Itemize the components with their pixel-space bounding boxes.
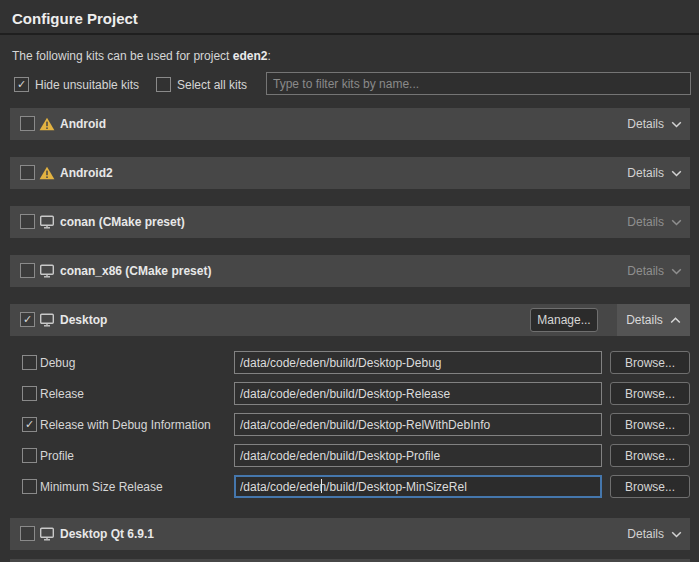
kit-row-desktop[interactable]: ✓ Desktop Manage... Details	[10, 304, 690, 336]
browse-button[interactable]: Browse...	[610, 351, 690, 374]
config-row-minsizerel: Minimum Size Release Browse...	[0, 475, 699, 498]
kit-row-android[interactable]: Android Details	[10, 108, 690, 140]
config-checkbox[interactable]	[22, 448, 37, 463]
warning-icon	[39, 117, 55, 131]
title-separator	[0, 33, 699, 35]
details-button-active[interactable]: Details	[617, 304, 690, 336]
kit-row-desktop-qt[interactable]: Desktop Qt 6.9.1 Details	[10, 518, 690, 550]
kit-name: Desktop	[60, 313, 107, 327]
kit-name: Android2	[60, 166, 113, 180]
build-path-input[interactable]	[234, 382, 602, 405]
config-checkbox[interactable]	[22, 386, 37, 401]
chevron-down-icon	[671, 531, 682, 538]
config-row-profile: Profile Browse...	[0, 444, 699, 467]
browse-button[interactable]: Browse...	[610, 413, 690, 436]
kit-checkbox[interactable]	[20, 214, 35, 229]
text-cursor	[321, 479, 322, 493]
config-checkbox[interactable]	[22, 355, 37, 370]
build-path-input-focused[interactable]	[234, 475, 602, 498]
build-path-input[interactable]	[234, 444, 602, 467]
details-label: Details	[627, 117, 664, 131]
hide-unsuitable-checkbox[interactable]: ✓	[14, 77, 29, 92]
chevron-up-icon	[670, 317, 681, 324]
config-label: Minimum Size Release	[40, 480, 163, 494]
chevron-down-icon	[671, 268, 682, 275]
config-row-debug: Debug Browse...	[0, 351, 699, 374]
desktop-monitor-icon	[39, 527, 55, 541]
details-label: Details	[627, 527, 664, 541]
chevron-down-icon	[671, 170, 682, 177]
details-button[interactable]: Details	[627, 206, 682, 238]
config-checkbox[interactable]	[22, 479, 37, 494]
chevron-down-icon	[671, 121, 682, 128]
kit-row-android2[interactable]: Android2 Details	[10, 157, 690, 189]
check-icon: ✓	[17, 79, 26, 90]
details-button[interactable]: Details	[627, 518, 682, 550]
warning-icon	[39, 166, 55, 180]
check-icon: ✓	[23, 314, 32, 325]
kit-checkbox[interactable]	[20, 263, 35, 278]
config-label: Debug	[40, 356, 75, 370]
config-checkbox[interactable]: ✓	[22, 417, 37, 432]
intro-text: The following kits can be used for proje…	[12, 49, 271, 63]
kit-name: Android	[60, 117, 106, 131]
config-label: Release	[40, 387, 84, 401]
kit-filter-input[interactable]	[266, 72, 691, 95]
config-row-release: Release Browse...	[0, 382, 699, 405]
kit-name: conan (CMake preset)	[60, 215, 185, 229]
build-path-input[interactable]	[234, 413, 602, 436]
project-name: eden2	[233, 49, 268, 63]
kit-checkbox[interactable]	[20, 116, 35, 131]
kit-row-conan-x86[interactable]: conan_x86 (CMake preset) Details	[10, 255, 690, 287]
kit-checkbox[interactable]: ✓	[20, 312, 35, 327]
details-button[interactable]: Details	[627, 108, 682, 140]
browse-button[interactable]: Browse...	[610, 475, 690, 498]
kit-name: conan_x86 (CMake preset)	[60, 264, 211, 278]
kit-name: Desktop Qt 6.9.1	[60, 527, 154, 541]
hide-unsuitable-label[interactable]: Hide unsuitable kits	[35, 78, 139, 92]
config-row-relwithdebinfo: ✓ Release with Debug Information Browse.…	[0, 413, 699, 436]
page-title: Configure Project	[12, 10, 138, 27]
config-label: Profile	[40, 449, 74, 463]
config-label: Release with Debug Information	[40, 418, 211, 432]
details-label: Details	[627, 166, 664, 180]
kit-checkbox[interactable]	[20, 526, 35, 541]
desktop-monitor-icon	[39, 264, 55, 278]
select-all-label[interactable]: Select all kits	[177, 78, 247, 92]
intro-suffix: :	[267, 49, 270, 63]
details-label: Details	[626, 313, 663, 327]
browse-button[interactable]: Browse...	[610, 444, 690, 467]
details-button[interactable]: Details	[627, 255, 682, 287]
details-label: Details	[627, 215, 664, 229]
kit-row-conan[interactable]: conan (CMake preset) Details	[10, 206, 690, 238]
details-button[interactable]: Details	[627, 157, 682, 189]
intro-prefix: The following kits can be used for proje…	[12, 49, 233, 63]
browse-button[interactable]: Browse...	[610, 382, 690, 405]
chevron-down-icon	[671, 219, 682, 226]
build-path-input[interactable]	[234, 351, 602, 374]
select-all-checkbox[interactable]	[156, 77, 171, 92]
kit-checkbox[interactable]	[20, 165, 35, 180]
details-label: Details	[627, 264, 664, 278]
check-icon: ✓	[25, 419, 34, 430]
desktop-monitor-icon	[39, 215, 55, 229]
manage-button[interactable]: Manage...	[530, 308, 598, 332]
desktop-monitor-icon	[39, 313, 55, 327]
